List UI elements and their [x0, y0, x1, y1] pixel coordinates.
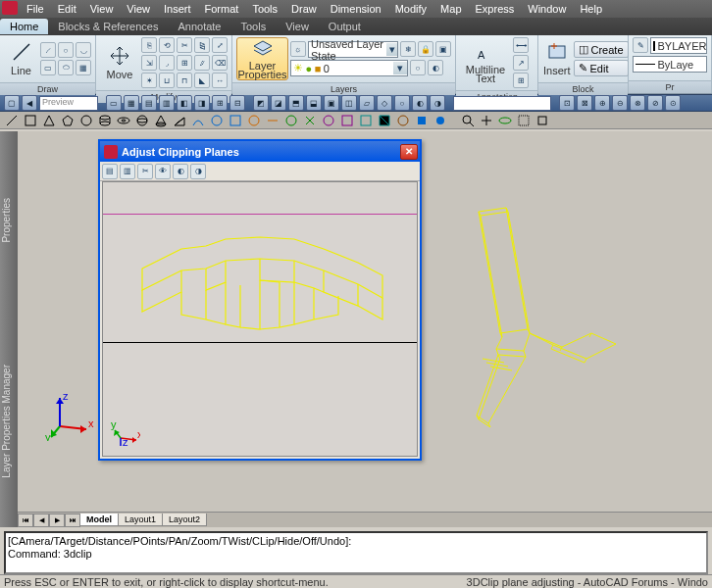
- sh-zoom-icon[interactable]: [460, 113, 476, 128]
- layer-iso-icon[interactable]: ◐: [428, 60, 443, 75]
- sh-s7-icon[interactable]: [302, 113, 318, 128]
- eye-icon[interactable]: 👁: [155, 164, 171, 179]
- sh-tri-icon[interactable]: [41, 113, 57, 128]
- back-clip-icon[interactable]: ▥: [120, 164, 135, 179]
- copy-icon[interactable]: ⎘: [141, 37, 157, 53]
- sh-orbit-icon[interactable]: [497, 113, 513, 128]
- sh-sphere-icon[interactable]: [134, 113, 150, 128]
- sh-torus-icon[interactable]: [116, 113, 131, 128]
- chamfer-icon[interactable]: ◣: [194, 73, 210, 88]
- sh-s14-icon[interactable]: [432, 113, 448, 128]
- menu-help[interactable]: Help: [573, 3, 609, 15]
- layout-next-icon[interactable]: ▶: [49, 514, 65, 527]
- menu-insert[interactable]: Insert: [157, 3, 198, 15]
- preview-input[interactable]: Preview: [39, 96, 98, 111]
- join-icon[interactable]: ⊔: [159, 73, 175, 88]
- tb2-icon[interactable]: ▦: [124, 95, 139, 111]
- tb18-icon[interactable]: ◐: [412, 95, 428, 111]
- layer-properties-button[interactable]: Layer Properties: [236, 37, 288, 80]
- layer-current-combo[interactable]: ☀ ● ■ 0▾: [290, 60, 408, 76]
- tb19-icon[interactable]: ◑: [430, 95, 445, 111]
- hatch-icon[interactable]: ▦: [76, 60, 91, 75]
- tb5-icon[interactable]: ◧: [177, 95, 192, 111]
- circle-icon[interactable]: ○: [58, 42, 74, 58]
- sh-s9-icon[interactable]: [339, 113, 355, 128]
- match-props-icon[interactable]: ✎: [633, 37, 648, 53]
- menu-tools[interactable]: Tools: [245, 3, 284, 15]
- layout-prev-icon[interactable]: ◀: [33, 514, 49, 527]
- layer-color-icon[interactable]: ▣: [435, 41, 451, 57]
- layout-last-icon[interactable]: ⏭: [65, 514, 80, 527]
- sh-s12-icon[interactable]: [395, 113, 411, 128]
- erase-icon[interactable]: ⌫: [212, 55, 228, 71]
- tb12-icon[interactable]: ⬓: [306, 95, 322, 111]
- sh-line-icon[interactable]: [4, 113, 20, 128]
- tb16-icon[interactable]: ◇: [377, 95, 392, 111]
- tb23-icon[interactable]: ⊖: [612, 95, 628, 111]
- table-icon[interactable]: ⊞: [513, 73, 529, 88]
- qprev-icon[interactable]: ◀: [22, 95, 37, 111]
- tb-dropdown[interactable]: [453, 96, 551, 111]
- layout-tab-model[interactable]: Model: [79, 514, 119, 526]
- sh-cone-icon[interactable]: [153, 113, 169, 128]
- tb4-icon[interactable]: ▥: [159, 95, 175, 111]
- tab-home[interactable]: Home: [0, 19, 48, 34]
- side-panel[interactable]: Properties Layer Properties Manager: [0, 131, 18, 527]
- arc-icon[interactable]: ◡: [76, 42, 91, 58]
- linetype-combo[interactable]: ByLaye: [633, 56, 707, 73]
- tb17-icon[interactable]: ○: [394, 95, 410, 111]
- tab-tools[interactable]: Tools: [231, 19, 277, 34]
- color-combo[interactable]: BYLAYER: [650, 37, 707, 54]
- layout-tab-2[interactable]: Layout2: [162, 514, 207, 526]
- sh-circle-icon[interactable]: [78, 113, 94, 128]
- tb3-icon[interactable]: ▤: [141, 95, 157, 111]
- tb15-icon[interactable]: ▱: [359, 95, 375, 111]
- layer-off-icon[interactable]: ○: [410, 60, 426, 75]
- sh-box-icon[interactable]: [23, 113, 38, 128]
- tb8-icon[interactable]: ⊟: [229, 95, 245, 111]
- sh-wedge-icon[interactable]: [172, 113, 187, 128]
- tb14-icon[interactable]: ◫: [341, 95, 357, 111]
- sh-s8-icon[interactable]: [321, 113, 336, 128]
- menu-express[interactable]: Express: [469, 3, 522, 15]
- menu-draw[interactable]: Draw: [284, 3, 324, 15]
- menu-file[interactable]: File: [20, 3, 51, 15]
- sh-s13-icon[interactable]: [414, 113, 430, 128]
- sh-s3-icon[interactable]: [228, 113, 243, 128]
- explode-icon[interactable]: ✶: [141, 73, 157, 88]
- tb25-icon[interactable]: ⊘: [647, 95, 663, 111]
- layer-lock-icon[interactable]: 🔒: [418, 41, 433, 57]
- move-button[interactable]: Move: [100, 41, 139, 84]
- tb11-icon[interactable]: ⬒: [288, 95, 304, 111]
- menu-map[interactable]: Map: [433, 3, 468, 15]
- clipping-view[interactable]: x y z: [102, 181, 418, 457]
- tab-annotate[interactable]: Annotate: [168, 19, 230, 34]
- scale-icon[interactable]: ⤢: [212, 37, 228, 53]
- lengthen-icon[interactable]: ↔: [212, 73, 228, 88]
- tb26-icon[interactable]: ⊙: [665, 95, 681, 111]
- menu-view[interactable]: View: [83, 3, 121, 15]
- qnew-icon[interactable]: ▢: [4, 95, 20, 111]
- layer-state-combo[interactable]: Unsaved Layer State▾: [308, 41, 398, 58]
- front-clip-icon[interactable]: ▤: [102, 164, 118, 179]
- sh-s11-icon[interactable]: [377, 113, 392, 128]
- back-clip-line[interactable]: [103, 342, 417, 343]
- ellipse-icon[interactable]: ⬭: [58, 60, 74, 75]
- menu-modify[interactable]: Modify: [388, 3, 433, 15]
- tb20-icon[interactable]: ⊡: [559, 95, 575, 111]
- command-line[interactable]: [CAmera/TArget/Distance/POints/PAn/Zoom/…: [4, 531, 708, 574]
- tb10-icon[interactable]: ◪: [271, 95, 286, 111]
- sh-s1-icon[interactable]: [190, 113, 206, 128]
- polyline-icon[interactable]: ⟋: [40, 42, 56, 58]
- tb24-icon[interactable]: ⊗: [630, 95, 645, 111]
- insert-button[interactable]: Insert: [542, 37, 572, 80]
- menu-view2[interactable]: View: [120, 3, 157, 15]
- rotate-icon[interactable]: ⟲: [159, 37, 175, 53]
- sh-s6-icon[interactable]: [283, 113, 299, 128]
- front-clip-line[interactable]: [103, 214, 417, 215]
- sh-s2-icon[interactable]: [209, 113, 225, 128]
- tb6-icon[interactable]: ◨: [194, 95, 210, 111]
- sh-zoomext-icon[interactable]: [516, 113, 532, 128]
- layer-state-icon[interactable]: ☼: [290, 41, 306, 57]
- layer-freeze-icon[interactable]: ❄: [400, 41, 416, 57]
